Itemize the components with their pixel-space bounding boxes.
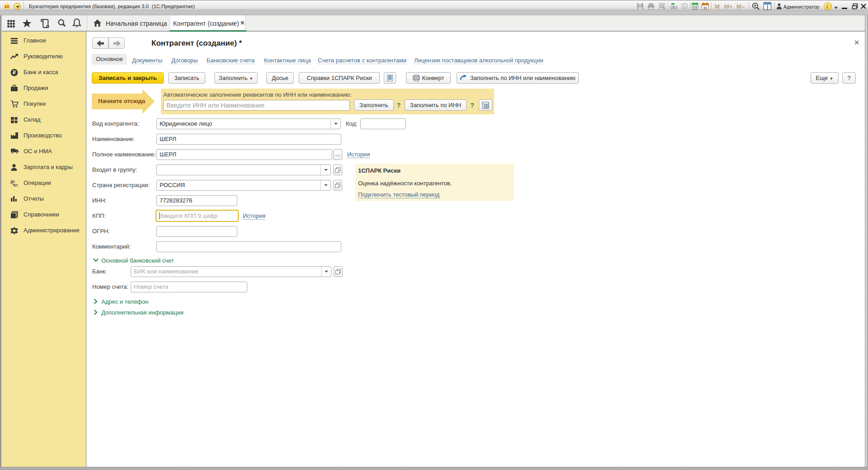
svg-text:31: 31: [703, 6, 708, 10]
svg-text:₽: ₽: [13, 70, 16, 75]
svg-text:Кт: Кт: [14, 183, 18, 187]
